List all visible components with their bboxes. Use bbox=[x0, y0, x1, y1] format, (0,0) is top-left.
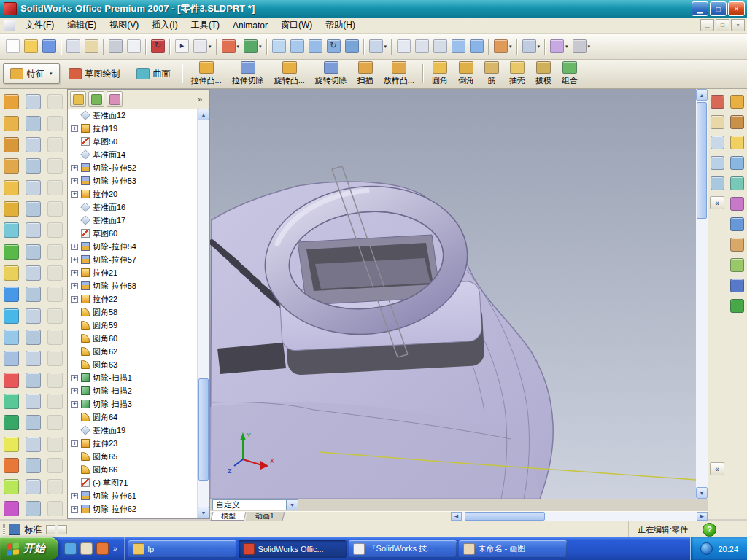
document-restore-button[interactable]: □ bbox=[716, 19, 729, 31]
tree-item[interactable]: 圆角62 bbox=[68, 345, 198, 358]
shaded-with-edges-button[interactable] bbox=[449, 36, 468, 57]
scrollbar-thumb[interactable] bbox=[465, 512, 545, 521]
appearance-button[interactable]: ▾ bbox=[548, 36, 570, 57]
tree-item[interactable]: 圆角64 bbox=[68, 411, 198, 424]
arc-tool-button[interactable] bbox=[23, 177, 43, 197]
tab-sketch[interactable]: 草图绘制 bbox=[61, 63, 128, 84]
multi-sheet-button[interactable] bbox=[708, 133, 726, 151]
expand-plus-icon[interactable]: + bbox=[71, 191, 78, 198]
revolved-boss-button[interactable]: 旋转凸... bbox=[269, 60, 310, 88]
rebuild-button[interactable]: ↻ bbox=[149, 36, 167, 57]
resources-tab-button[interactable] bbox=[728, 93, 746, 110]
revolved-cut-button[interactable]: 旋转切除 bbox=[310, 60, 352, 88]
sketch-button[interactable]: ▾ bbox=[220, 36, 242, 57]
tree-item[interactable]: + 切除-拉伸61 bbox=[68, 489, 198, 502]
expand-plus-icon[interactable]: + bbox=[71, 401, 78, 408]
shell-button[interactable]: 抽壳 bbox=[504, 60, 530, 88]
task-lp[interactable]: lp bbox=[128, 540, 236, 558]
3d-model-canvas[interactable]: Y X Z bbox=[210, 89, 696, 499]
tab-motion1[interactable]: 动画1 bbox=[246, 512, 285, 521]
maximize-button[interactable]: □ bbox=[710, 1, 727, 16]
tree-item[interactable]: + 切除-拉伸54 bbox=[68, 240, 198, 253]
boundary-surface-button[interactable] bbox=[1, 177, 21, 197]
tree-item[interactable]: 圆角63 bbox=[68, 358, 198, 371]
scroll-up-arrow[interactable]: ▲ bbox=[198, 109, 209, 120]
extend-surface-button[interactable] bbox=[1, 327, 21, 347]
tray-status-icon[interactable] bbox=[700, 542, 713, 555]
scenes-tab-button[interactable] bbox=[728, 215, 746, 233]
tree-item[interactable]: 草图50 bbox=[68, 135, 198, 148]
search-tab-button[interactable] bbox=[728, 154, 746, 171]
document-minimize-button[interactable]: ▁ bbox=[700, 19, 714, 31]
filled-surface-button[interactable] bbox=[1, 263, 21, 283]
scroll-right-arrow[interactable]: ▶ bbox=[697, 512, 708, 521]
menu-edit[interactable]: 编辑(E) bbox=[61, 18, 103, 33]
convert-entities-button[interactable] bbox=[23, 370, 43, 389]
menu-file[interactable]: 文件(F) bbox=[19, 18, 61, 33]
ruled-surface-button[interactable] bbox=[1, 241, 21, 261]
grid-settings-button[interactable] bbox=[23, 499, 43, 518]
configurationmanager-tab-button[interactable] bbox=[107, 91, 123, 107]
knit-surface-button[interactable] bbox=[1, 284, 21, 304]
lofted-surface-button[interactable] bbox=[1, 156, 21, 176]
standard-views-button[interactable]: ▾ bbox=[367, 36, 390, 57]
zoom-area-button[interactable] bbox=[288, 36, 306, 57]
appearances-tab-button[interactable] bbox=[728, 195, 746, 212]
menu-insert[interactable]: 插入(I) bbox=[145, 18, 184, 33]
hidden-lines-visible-button[interactable] bbox=[413, 36, 431, 57]
shaded-button[interactable] bbox=[468, 36, 486, 57]
scroll-down-arrow[interactable]: ▼ bbox=[696, 487, 708, 499]
fullscreen-button[interactable] bbox=[708, 93, 726, 110]
menu-tools[interactable]: 工具(T) bbox=[185, 18, 226, 33]
save-button[interactable] bbox=[40, 36, 58, 57]
tree-item[interactable]: 草图60 bbox=[68, 227, 198, 240]
view-palette-tab-button[interactable] bbox=[728, 174, 746, 192]
tree-item[interactable]: 基准面19 bbox=[68, 424, 198, 437]
menu-animator[interactable]: Animator bbox=[226, 19, 274, 32]
design-library-tab-button[interactable] bbox=[728, 113, 746, 131]
mirror-feature-button[interactable] bbox=[1, 435, 21, 454]
tree-item[interactable]: + 切除-扫描3 bbox=[68, 397, 198, 411]
tab-features[interactable]: 特征▾ bbox=[3, 63, 60, 84]
extruded-boss-button[interactable]: 拉伸凸... bbox=[186, 60, 227, 88]
wireframe-button[interactable] bbox=[395, 36, 413, 57]
scroll-left-arrow[interactable]: ◀ bbox=[451, 512, 462, 521]
fillet-button[interactable]: 圆角 bbox=[427, 60, 453, 88]
add-relation-button[interactable] bbox=[23, 456, 43, 475]
expand-plus-icon[interactable]: + bbox=[71, 125, 78, 132]
tree-item[interactable]: 基准面14 bbox=[68, 148, 198, 161]
tree-item[interactable]: 圆角60 bbox=[68, 332, 198, 345]
swept-surface-button[interactable] bbox=[1, 135, 21, 155]
smart-dimension-button[interactable]: ▾ bbox=[241, 36, 264, 57]
home-view-button[interactable] bbox=[708, 113, 726, 131]
scrollbar-thumb[interactable] bbox=[198, 378, 209, 481]
tree-scrollbar[interactable]: ▲ ▼ bbox=[197, 109, 209, 518]
menu-window[interactable]: 窗口(W) bbox=[274, 18, 319, 33]
expand-plus-icon[interactable]: + bbox=[71, 388, 78, 394]
make-assembly-button[interactable] bbox=[82, 36, 101, 57]
help-button[interactable]: ? bbox=[703, 523, 716, 537]
smart-dimension-tool-button[interactable] bbox=[23, 435, 43, 454]
internet-explorer-icon[interactable] bbox=[63, 542, 77, 556]
task-paint[interactable]: 未命名 - 画图 bbox=[459, 540, 567, 558]
expand-plus-icon[interactable]: + bbox=[71, 506, 78, 513]
reference-geometry-button[interactable] bbox=[1, 499, 21, 518]
selection-filter-button[interactable]: ▾ bbox=[191, 36, 214, 57]
extruded-surface-button[interactable] bbox=[1, 92, 21, 112]
trim-tool-button[interactable] bbox=[23, 306, 43, 325]
lofted-boss-button[interactable]: 放样凸... bbox=[379, 60, 419, 88]
tree-item[interactable]: + 切除-扫描2 bbox=[68, 384, 198, 397]
expand-plus-icon[interactable]: + bbox=[71, 244, 78, 250]
scrollbar-thumb[interactable] bbox=[697, 102, 707, 219]
pan-button[interactable] bbox=[343, 36, 361, 57]
quick-launch-overflow-chevron-icon[interactable]: » bbox=[112, 545, 119, 553]
help-tab-button[interactable] bbox=[728, 297, 746, 314]
panel-expand-chevron-icon[interactable]: » bbox=[193, 91, 207, 107]
expand-plus-icon[interactable]: + bbox=[71, 178, 78, 184]
tree-item[interactable]: 基准面16 bbox=[68, 201, 198, 214]
tree-item[interactable]: + 拉伸20 bbox=[68, 187, 198, 201]
toolbar-mini-button[interactable] bbox=[46, 525, 55, 534]
planar-surface-button[interactable] bbox=[1, 199, 21, 219]
options-button[interactable]: ▾ bbox=[570, 36, 593, 57]
tree-item[interactable]: + 拉伸22 bbox=[68, 292, 198, 306]
